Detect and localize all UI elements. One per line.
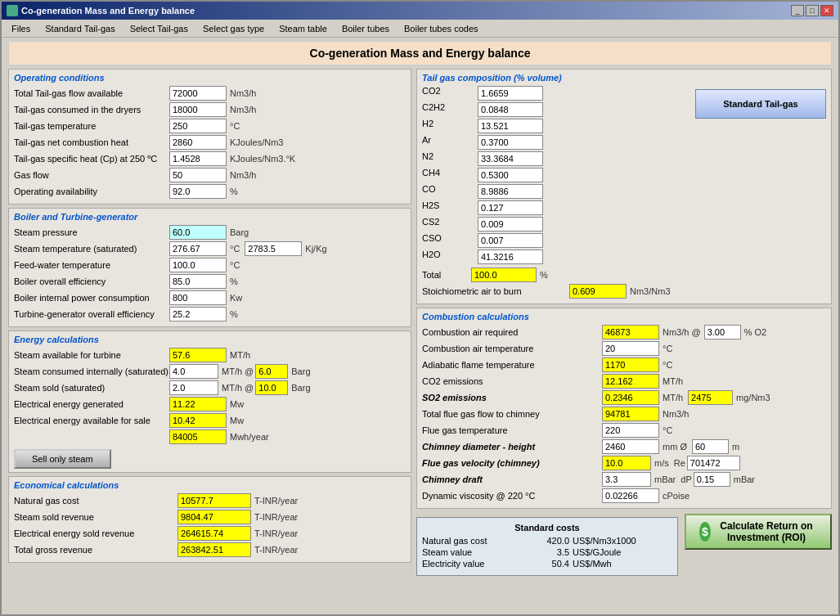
close-button[interactable]: ✕ (820, 5, 833, 16)
field-elec-revenue: Electrical energy sold revenue T-INR/yea… (14, 526, 406, 541)
input-tailgas-dryers[interactable] (169, 102, 227, 117)
unit-steam-sold-pressure: Barg (291, 383, 310, 393)
input-co[interactable] (478, 184, 543, 199)
costs-unit-0: US$/Nm3x1000 (573, 536, 636, 546)
input-ar[interactable] (478, 135, 543, 150)
comb-input-7b[interactable] (692, 439, 729, 454)
input-cso[interactable] (478, 233, 543, 248)
menu-boiler-tubes[interactable]: Boiler tubes (335, 22, 396, 35)
comb-input-3[interactable] (602, 374, 659, 389)
input-steam-internal[interactable] (169, 364, 218, 379)
menu-select-tailgas[interactable]: Select Tail-gas (124, 22, 195, 35)
field-boiler-efficiency: Boiler overall efficiency % (14, 274, 406, 289)
comb-unit-9: mBar (654, 474, 676, 484)
tg-label-h2: H2 (422, 119, 471, 133)
input-elec-revenue[interactable] (177, 526, 251, 541)
standard-costs-box: Standard costs Natural gas cost 420.0 US… (416, 517, 678, 576)
menu-boiler-tubes-codes[interactable]: Boiler tubes codes (398, 22, 485, 35)
comb-label-9: Chimney draft (422, 474, 602, 484)
input-tailgas-cp[interactable] (169, 151, 227, 166)
input-total-revenue[interactable] (177, 542, 251, 557)
comb-input-6[interactable] (602, 423, 659, 438)
comb-input-5[interactable] (602, 407, 659, 421)
sell-only-steam-button[interactable]: Sell only steam (14, 449, 111, 469)
boiler-section: Boiler and Turbine-generator Steam press… (8, 208, 411, 327)
input-h2[interactable] (478, 119, 543, 133)
label-steam-temp: Steam temperature (saturated) (14, 244, 169, 254)
field-steam-sold: Steam sold (saturated) MT/h @ Barg (14, 380, 406, 395)
maximize-button[interactable]: □ (806, 5, 819, 16)
input-steam-sold[interactable] (169, 380, 218, 395)
standard-tailgas-button[interactable]: Standard Tail-gas (695, 89, 826, 119)
comb-input-2[interactable] (602, 357, 659, 372)
title-bar: Co-generation Mass and Energy balance _ … (2, 2, 838, 20)
minimize-button[interactable]: _ (791, 5, 804, 16)
costs-val-1: 3.5 (528, 547, 569, 557)
input-feedwater-temp[interactable] (169, 258, 227, 272)
input-steam-pressure[interactable] (169, 225, 227, 240)
tg-label-c2h2: C2H2 (422, 102, 471, 117)
label-elec-revenue: Electrical energy sold revenue (14, 528, 177, 538)
comb-input-8b[interactable] (687, 456, 740, 470)
input-stoich[interactable] (569, 284, 627, 299)
input-tailgas-temp[interactable] (169, 119, 227, 133)
comb-input-0[interactable] (602, 325, 659, 339)
comb-input-4b[interactable] (688, 390, 733, 405)
input-steam-enthalpy[interactable] (245, 241, 302, 256)
input-steam-temp[interactable] (169, 241, 227, 256)
input-total[interactable] (471, 268, 537, 282)
label-tailgas-temp: Tail-gas temperature (14, 121, 169, 131)
field-feedwater-temp: Feed-water temperature °C (14, 258, 406, 272)
input-operating-avail[interactable] (169, 184, 227, 199)
input-ng-cost[interactable] (177, 493, 251, 508)
comb-input-1[interactable] (602, 341, 659, 356)
stoich-row: Stoichiometric air to burn Nm3/Nm3 (422, 284, 687, 299)
input-boiler-power[interactable] (169, 290, 227, 305)
comb-input-8[interactable] (602, 456, 651, 470)
menu-select-gas-type[interactable]: Select gas type (196, 22, 271, 35)
input-tailgas-combustion-heat[interactable] (169, 135, 227, 150)
menu-files[interactable]: Files (5, 22, 37, 35)
input-elec-sale[interactable] (169, 413, 227, 428)
comb-row-4: SO2 emissions MT/h mg/Nm3 (422, 390, 826, 405)
comb-input-9[interactable] (602, 472, 651, 487)
input-turbine-efficiency[interactable] (169, 307, 227, 321)
input-mwh-year[interactable] (169, 429, 227, 444)
tail-gas-title: Tail gas composition (% volume) (422, 73, 687, 83)
input-steam-revenue[interactable] (177, 510, 251, 524)
input-gas-flow[interactable] (169, 168, 227, 182)
comb-input-0b[interactable] (704, 325, 741, 339)
menu-steam-table[interactable]: Steam table (272, 22, 334, 35)
input-n2[interactable] (478, 151, 543, 166)
input-h2s[interactable] (478, 200, 543, 215)
unit-tailgas-combustion-heat: KJoules/Nm3 (230, 137, 283, 147)
input-ch4[interactable] (478, 168, 543, 182)
roi-button[interactable]: $ Calculate Return on Investment (ROI) (685, 514, 832, 550)
comb-input-10[interactable] (602, 488, 659, 503)
input-cs2[interactable] (478, 217, 543, 232)
input-c2h2[interactable] (478, 102, 543, 117)
comb-input-4[interactable] (602, 390, 659, 405)
field-boiler-power: Boiler internal power consumption Kw (14, 290, 406, 305)
input-h2o[interactable] (478, 250, 543, 264)
input-steam-internal-pressure[interactable] (255, 364, 288, 379)
window-controls: _ □ ✕ (791, 5, 833, 16)
label-tailgas-dryers: Tail-gas consumed in the dryers (14, 105, 169, 115)
unit-steam-sold: MT/h @ (222, 383, 254, 393)
energy-title: Energy calculations (14, 335, 406, 344)
comb-unit-8: m/s (654, 458, 669, 468)
input-steam-turbine[interactable] (169, 348, 227, 362)
costs-unit-2: US$/Mwh (573, 559, 612, 569)
costs-row-1: Steam value 3.5 US$/GJoule (422, 547, 672, 557)
tg-label-cso: CSO (422, 233, 471, 248)
input-steam-sold-pressure[interactable] (255, 380, 288, 395)
input-elec-generated[interactable] (169, 397, 227, 411)
input-co2[interactable] (478, 86, 543, 101)
comb-input-9b[interactable] (694, 472, 730, 487)
input-boiler-efficiency[interactable] (169, 274, 227, 289)
comb-input-7[interactable] (602, 439, 659, 454)
input-total-tailgas[interactable] (169, 86, 227, 101)
bottom-section: Standard costs Natural gas cost 420.0 US… (416, 514, 832, 576)
unit-steam-revenue: T-INR/year (254, 512, 298, 522)
menu-standard-tailgas[interactable]: Standard Tail-gas (38, 22, 121, 35)
